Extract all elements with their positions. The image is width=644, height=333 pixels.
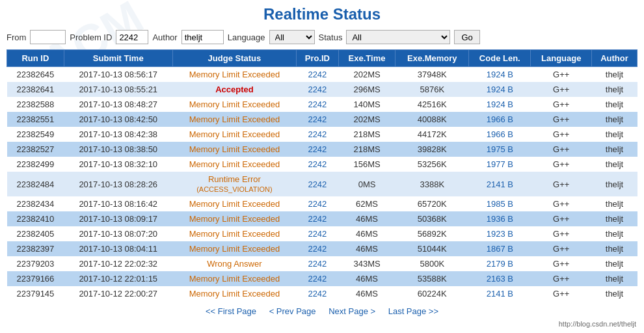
cell-judge-status: Memory Limit Exceeded <box>172 97 296 112</box>
cell-author: theljt <box>592 157 637 172</box>
table-row: 22382641 2017-10-13 08:55:21 Accepted 22… <box>7 82 637 97</box>
col-language: Language <box>531 50 592 67</box>
table-row: 22379203 2017-10-12 22:02:32 Wrong Answe… <box>7 256 637 271</box>
cell-code-len[interactable]: 1985 B <box>469 196 531 211</box>
cell-author: theljt <box>592 112 637 127</box>
cell-code-len[interactable]: 1924 B <box>469 82 531 97</box>
cell-author: theljt <box>592 127 637 142</box>
cell-pro-id[interactable]: 2242 <box>297 196 339 211</box>
cell-run-id: 22382527 <box>7 142 64 157</box>
problem-id-label: Problem ID <box>70 33 112 42</box>
col-exe-memory: Exe.Memory <box>396 50 469 67</box>
last-page-link[interactable]: Last Page >> <box>388 306 438 316</box>
cell-submit-time: 2017-10-12 22:02:32 <box>64 256 172 271</box>
language-select[interactable]: All G++ C++ Java <box>269 30 315 44</box>
cell-code-len[interactable]: 2163 B <box>469 271 531 286</box>
cell-pro-id[interactable]: 2242 <box>297 82 339 97</box>
cell-language: G++ <box>531 67 592 83</box>
cell-author: theljt <box>592 241 637 256</box>
cell-code-len[interactable]: 2141 B <box>469 172 531 196</box>
cell-judge-status: Memory Limit Exceeded <box>172 112 296 127</box>
cell-run-id: 22382405 <box>7 226 64 241</box>
cell-author: theljt <box>592 142 637 157</box>
cell-judge-status: Wrong Answer <box>172 256 296 271</box>
cell-submit-time: 2017-10-13 08:28:26 <box>64 172 172 196</box>
cell-judge-status: Memory Limit Exceeded <box>172 211 296 226</box>
cell-code-len[interactable]: 1966 B <box>469 112 531 127</box>
from-input[interactable] <box>30 30 66 44</box>
cell-pro-id[interactable]: 2242 <box>297 226 339 241</box>
cell-pro-id[interactable]: 2242 <box>297 157 339 172</box>
table-row: 22382588 2017-10-13 08:48:27 Memory Limi… <box>7 97 637 112</box>
cell-judge-status: Memory Limit Exceeded <box>172 196 296 211</box>
cell-pro-id[interactable]: 2242 <box>297 211 339 226</box>
cell-author: theljt <box>592 82 637 97</box>
cell-code-len[interactable]: 1923 B <box>469 226 531 241</box>
cell-exe-time: 0MS <box>338 172 396 196</box>
cell-exe-memory: 53588K <box>396 271 469 286</box>
cell-author: theljt <box>592 286 637 301</box>
cell-language: G++ <box>531 286 592 301</box>
table-row: 22382499 2017-10-13 08:32:10 Memory Limi… <box>7 157 637 172</box>
table-row: 22382551 2017-10-13 08:42:50 Memory Limi… <box>7 112 637 127</box>
cell-author: theljt <box>592 172 637 196</box>
cell-submit-time: 2017-10-13 08:56:17 <box>64 67 172 83</box>
cell-submit-time: 2017-10-12 22:01:15 <box>64 271 172 286</box>
cell-code-len[interactable]: 2179 B <box>469 256 531 271</box>
cell-pro-id[interactable]: 2242 <box>297 271 339 286</box>
cell-pro-id[interactable]: 2242 <box>297 112 339 127</box>
cell-code-len[interactable]: 1975 B <box>469 142 531 157</box>
status-select[interactable]: All Accepted Memory Limit Exceeded Time … <box>346 30 450 44</box>
cell-pro-id[interactable]: 2242 <box>297 286 339 301</box>
cell-exe-time: 218MS <box>338 142 396 157</box>
language-label: Language <box>228 33 265 42</box>
cell-pro-id[interactable]: 2242 <box>297 241 339 256</box>
table-row: 22382397 2017-10-13 08:04:11 Memory Limi… <box>7 241 637 256</box>
next-page-link[interactable]: Next Page > <box>329 306 375 316</box>
cell-code-len[interactable]: 1977 B <box>469 157 531 172</box>
cell-submit-time: 2017-10-13 08:48:27 <box>64 97 172 112</box>
cell-pro-id[interactable]: 2242 <box>297 97 339 112</box>
author-label: Author <box>152 33 177 42</box>
cell-exe-time: 140MS <box>338 97 396 112</box>
cell-run-id: 22382397 <box>7 241 64 256</box>
cell-code-len[interactable]: 1966 B <box>469 127 531 142</box>
problem-id-input[interactable] <box>116 30 148 44</box>
cell-pro-id[interactable]: 2242 <box>297 127 339 142</box>
cell-pro-id[interactable]: 2242 <box>297 142 339 157</box>
cell-language: G++ <box>531 142 592 157</box>
cell-code-len[interactable]: 1924 B <box>469 67 531 83</box>
cell-language: G++ <box>531 256 592 271</box>
cell-code-len[interactable]: 1924 B <box>469 97 531 112</box>
author-input[interactable] <box>181 30 224 44</box>
cell-author: theljt <box>592 211 637 226</box>
cell-code-len[interactable]: 1936 B <box>469 211 531 226</box>
table-row: 22382527 2017-10-13 08:38:50 Memory Limi… <box>7 142 637 157</box>
cell-code-len[interactable]: 2141 B <box>469 286 531 301</box>
table-row: 22379166 2017-10-12 22:01:15 Memory Limi… <box>7 271 637 286</box>
col-run-id: Run ID <box>7 50 64 67</box>
cell-exe-time: 343MS <box>338 256 396 271</box>
cell-language: G++ <box>531 271 592 286</box>
cell-judge-status: Runtime Error(ACCESS_VIOLATION) <box>172 172 296 196</box>
table-row: 22382645 2017-10-13 08:56:17 Memory Limi… <box>7 67 637 83</box>
cell-exe-time: 46MS <box>338 241 396 256</box>
cell-language: G++ <box>531 211 592 226</box>
cell-run-id: 22379166 <box>7 271 64 286</box>
cell-pro-id[interactable]: 2242 <box>297 256 339 271</box>
cell-code-len[interactable]: 1867 B <box>469 241 531 256</box>
cell-exe-time: 202MS <box>338 112 396 127</box>
cell-submit-time: 2017-10-13 08:32:10 <box>64 157 172 172</box>
cell-exe-time: 218MS <box>338 127 396 142</box>
go-button[interactable]: Go <box>454 30 479 44</box>
first-page-link[interactable]: << First Page <box>206 306 256 316</box>
cell-exe-time: 46MS <box>338 271 396 286</box>
cell-language: G++ <box>531 82 592 97</box>
cell-language: G++ <box>531 226 592 241</box>
cell-judge-status: Memory Limit Exceeded <box>172 226 296 241</box>
cell-pro-id[interactable]: 2242 <box>297 67 339 83</box>
cell-author: theljt <box>592 256 637 271</box>
cell-exe-time: 296MS <box>338 82 396 97</box>
prev-page-link[interactable]: < Prev Page <box>269 306 316 316</box>
cell-pro-id[interactable]: 2242 <box>297 172 339 196</box>
